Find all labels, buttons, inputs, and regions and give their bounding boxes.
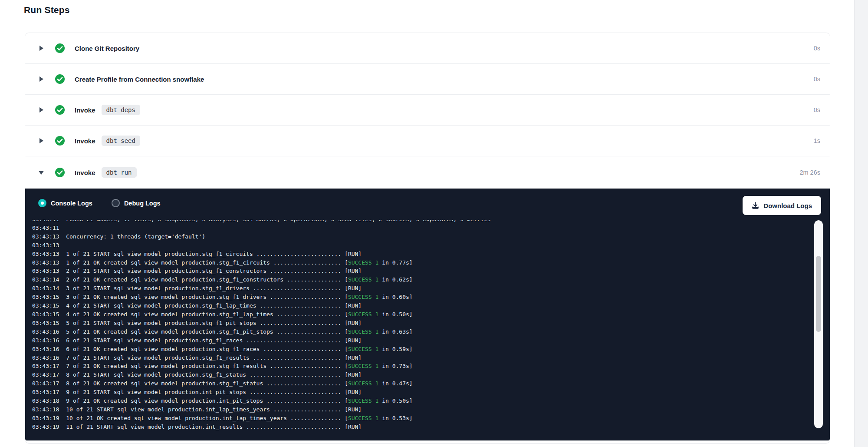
download-logs-button[interactable]: Download Logs [743,196,821,215]
radio-console-logs[interactable]: Console Logs [38,199,92,207]
step-label: Create Profile from Connection snowflake [75,76,204,83]
success-check-icon [55,167,65,178]
step-row-clone-git-repository[interactable]: Clone Git Repository 0s [25,33,830,64]
step-row-invoke-dbt-seed[interactable]: Invoke dbt seed 1s [25,126,830,156]
log-line: 03:43:16 5 of 21 OK created sql view mod… [32,328,810,336]
log-lines: 03:43:11 Found 21 models, 17 tests, 0 sn… [32,220,810,431]
log-panel: Console Logs Debug Logs Download Logs 03… [25,189,830,440]
log-line: 03:43:17 8 of 21 START sql view model pr… [32,371,810,379]
step-duration: 0s [814,76,822,83]
step-duration: 0s [814,45,822,52]
page-scroll-gutter [854,0,868,447]
step-row-invoke-dbt-deps[interactable]: Invoke dbt deps 0s [25,95,830,126]
log-line: 03:43:15 3 of 21 OK created sql view mod… [32,293,810,301]
log-line: 03:43:19 11 of 21 START sql view model p… [32,423,810,431]
log-line: 03:43:19 10 of 21 OK created sql view mo… [32,414,810,423]
download-icon [752,202,759,209]
step-duration: 2m 26s [799,169,822,176]
log-line: 03:43:13 2 of 21 START sql view model pr… [32,267,810,275]
log-type-radio-group: Console Logs Debug Logs [38,199,161,207]
log-line: 03:43:16 6 of 21 OK created sql view mod… [32,345,810,354]
log-line: 03:43:17 8 of 21 OK created sql view mod… [32,379,810,388]
step-duration: 1s [814,137,822,144]
log-line: 03:43:13 Concurrency: 1 threads (target=… [32,232,810,241]
success-check-icon [55,43,65,53]
success-check-icon [55,136,65,146]
log-line: 03:43:18 10 of 21 START sql view model p… [32,405,810,414]
log-line: 03:43:14 3 of 21 START sql view model pr… [32,284,810,293]
radio-label: Console Logs [51,200,92,207]
chevron-right-icon[interactable] [38,45,44,51]
step-label: Invoke [75,169,95,176]
step-label: Clone Git Repository [75,45,139,52]
radio-label: Debug Logs [124,200,161,207]
log-line: 03:43:13 1 of 21 START sql view model pr… [32,250,810,258]
radio-debug-logs[interactable]: Debug Logs [112,199,161,207]
log-line: 03:43:13 [32,241,810,250]
log-line: 03:43:11 Found 21 models, 17 tests, 0 sn… [32,220,810,224]
step-row-create-profile[interactable]: Create Profile from Connection snowflake… [25,64,830,95]
radio-unselected-icon [112,199,120,207]
console-log-output[interactable]: 03:43:11 Found 21 models, 17 tests, 0 sn… [32,220,810,437]
log-line: 03:43:17 7 of 21 OK created sql view mod… [32,362,810,371]
step-row-invoke-dbt-run[interactable]: Invoke dbt run 2m 26s [25,156,830,189]
log-scrollbar-track[interactable] [814,220,823,428]
log-line: 03:43:15 5 of 21 START sql view model pr… [32,319,810,328]
log-line: 03:43:17 9 of 21 START sql view model pr… [32,388,810,397]
chevron-right-icon[interactable] [38,138,44,144]
log-line: 03:43:15 4 of 21 START sql view model pr… [32,301,810,310]
log-line: 03:43:16 6 of 21 START sql view model pr… [32,336,810,345]
step-label: Invoke [75,137,95,145]
log-line: 03:43:18 9 of 21 OK created sql view mod… [32,397,810,405]
radio-selected-icon [38,199,46,207]
success-check-icon [55,105,65,115]
command-badge: dbt deps [102,105,140,115]
chevron-down-icon[interactable] [38,169,44,175]
log-line: 03:43:14 2 of 21 OK created sql view mod… [32,275,810,284]
success-check-icon [55,74,65,84]
chevron-right-icon[interactable] [38,76,44,82]
chevron-right-icon[interactable] [38,107,44,113]
step-label: Invoke [75,106,95,114]
download-button-label: Download Logs [763,202,812,209]
run-steps-card: Clone Git Repository 0s Create Profile f… [25,33,830,444]
log-line: 03:43:11 [32,224,810,232]
log-line: 03:43:16 7 of 21 START sql view model pr… [32,354,810,362]
page-title: Run Steps [24,5,70,15]
command-badge: dbt run [102,167,137,178]
step-duration: 0s [814,106,822,113]
command-badge: dbt seed [102,136,140,146]
log-scrollbar-thumb[interactable] [816,256,821,332]
log-line: 03:43:13 1 of 21 OK created sql view mod… [32,258,810,267]
log-line: 03:43:15 4 of 21 OK created sql view mod… [32,310,810,319]
